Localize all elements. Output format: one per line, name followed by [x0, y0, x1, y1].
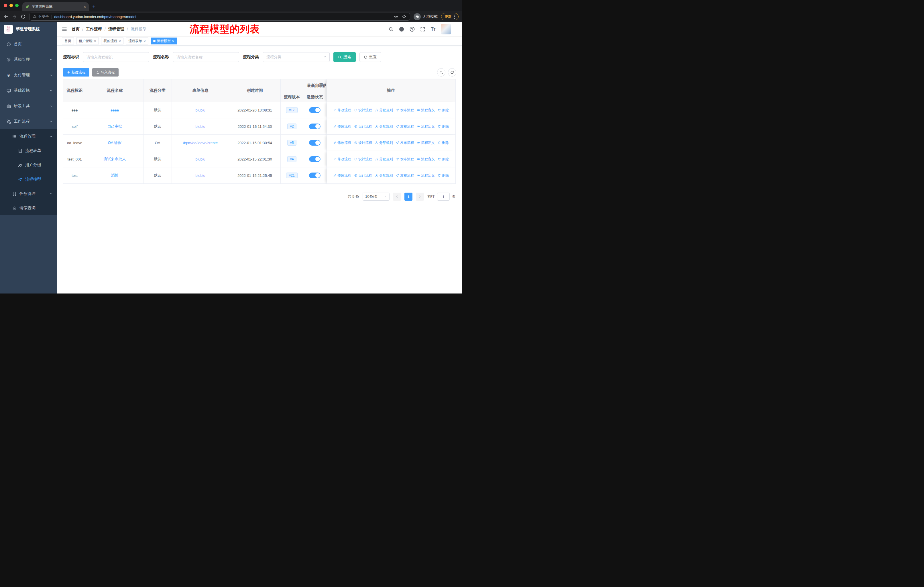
version-badge[interactable]: v2 — [287, 124, 297, 129]
breadcrumb-process-management[interactable]: 流程管理 — [108, 26, 124, 32]
publish-process-link[interactable]: 发布流程 — [396, 124, 414, 129]
assign-rule-link[interactable]: 分配规则 — [375, 108, 393, 112]
help-icon[interactable] — [409, 26, 415, 32]
publish-process-link[interactable]: 发布流程 — [396, 157, 414, 162]
goto-page-input[interactable] — [437, 193, 450, 201]
reset-button[interactable]: 重置 — [360, 52, 381, 62]
assign-rule-link[interactable]: 分配规则 — [375, 173, 393, 178]
back-icon[interactable] — [3, 14, 8, 19]
create-process-button[interactable]: 新建流程 — [63, 68, 89, 76]
sidebar-item-home[interactable]: 首页 — [0, 36, 57, 52]
fullscreen-icon[interactable] — [420, 26, 425, 32]
page-size-select[interactable]: 10条/页 — [363, 193, 389, 201]
breadcrumb-home[interactable]: 首页 — [72, 26, 80, 32]
form-info-link[interactable]: biubiu — [195, 124, 205, 129]
edit-process-link[interactable]: 修改流程 — [333, 124, 351, 129]
active-toggle[interactable] — [309, 107, 320, 113]
tab-close-icon[interactable]: × — [84, 5, 86, 9]
process-name-link[interactable]: eeee — [111, 108, 119, 112]
sidebar-item-infrastructure[interactable]: 基础设施 — [0, 83, 57, 98]
tag-my-process[interactable]: 我的流程 × — [101, 38, 124, 45]
active-toggle[interactable] — [309, 140, 320, 146]
process-definition-link[interactable]: 流程定义 — [417, 157, 435, 162]
active-toggle[interactable] — [309, 156, 320, 162]
search-button[interactable]: 搜索 — [333, 52, 356, 62]
search-icon[interactable] — [388, 26, 394, 32]
process-id-input[interactable] — [83, 52, 149, 62]
font-size-icon[interactable]: TT — [431, 27, 436, 31]
address-bar[interactable]: 不安全 dashboard.yudao.iocoder.cn/bpm/manag… — [29, 13, 410, 21]
zoom-window-button[interactable] — [15, 4, 19, 7]
form-info-link[interactable]: biubiu — [195, 157, 205, 161]
browser-update-button[interactable]: 更新 — [441, 13, 459, 20]
design-process-link[interactable]: 设计流程 — [354, 173, 372, 178]
process-name-link[interactable]: 滔博 — [111, 173, 119, 178]
security-warning[interactable]: 不安全 — [33, 14, 49, 19]
form-info-link[interactable]: /bpm/oa/leave/create — [183, 141, 218, 145]
publish-process-link[interactable]: 发布流程 — [396, 173, 414, 178]
sidebar-item-system[interactable]: 系统管理 — [0, 52, 57, 67]
version-badge[interactable]: v5 — [287, 140, 297, 146]
browser-tab[interactable]: 芋道管理系统 × — [22, 2, 89, 11]
refresh-button[interactable] — [448, 68, 456, 76]
url-text[interactable]: dashboard.yudao.iocoder.cn/bpm/manager/m… — [54, 15, 391, 19]
next-page-button[interactable] — [416, 193, 424, 201]
sidebar-item-leave-query[interactable]: 请假查询 — [0, 201, 57, 215]
prev-page-button[interactable] — [393, 193, 401, 201]
design-process-link[interactable]: 设计流程 — [354, 108, 372, 112]
tag-tenant-management[interactable]: 租户管理 × — [76, 38, 99, 45]
form-info-link[interactable]: biubiu — [195, 174, 205, 178]
password-key-icon[interactable] — [394, 14, 398, 19]
edit-process-link[interactable]: 修改流程 — [333, 141, 351, 146]
delete-process-link[interactable]: 删除 — [438, 141, 449, 146]
publish-process-link[interactable]: 发布流程 — [396, 108, 414, 112]
process-definition-link[interactable]: 流程定义 — [417, 141, 435, 146]
active-toggle[interactable] — [309, 124, 320, 129]
design-process-link[interactable]: 设计流程 — [354, 141, 372, 146]
sidebar-item-process-model[interactable]: 流程模型 — [0, 172, 57, 187]
tag-process-form[interactable]: 流程表单 × — [126, 38, 148, 45]
close-icon[interactable]: × — [172, 39, 175, 43]
bookmark-star-icon[interactable] — [402, 14, 406, 19]
github-icon[interactable] — [399, 26, 404, 32]
delete-process-link[interactable]: 删除 — [438, 157, 449, 162]
close-window-button[interactable] — [4, 4, 7, 7]
tag-process-model[interactable]: 流程模型 × — [151, 38, 177, 45]
process-name-link[interactable]: 测试多审批人 — [104, 157, 126, 162]
sidebar-item-task-management[interactable]: 任务管理 — [0, 187, 57, 201]
process-name-link[interactable]: 自己审批 — [107, 124, 122, 129]
app-logo[interactable]: 芋道管理系统 — [0, 22, 57, 36]
menu-fold-icon[interactable] — [57, 26, 72, 32]
process-category-select[interactable]: 流程分类 — [262, 52, 330, 62]
import-process-button[interactable]: 导入流程 — [92, 68, 119, 76]
sidebar-item-workflow[interactable]: 工作流程 — [0, 114, 57, 129]
assign-rule-link[interactable]: 分配规则 — [375, 157, 393, 162]
assign-rule-link[interactable]: 分配规则 — [375, 124, 393, 129]
browser-menu-icon[interactable] — [454, 15, 455, 19]
process-definition-link[interactable]: 流程定义 — [417, 108, 435, 112]
sidebar-item-process-management[interactable]: 流程管理 — [0, 129, 57, 144]
process-name-input[interactable] — [173, 52, 239, 62]
breadcrumb-workflow[interactable]: 工作流程 — [86, 26, 102, 32]
edit-process-link[interactable]: 修改流程 — [333, 157, 351, 162]
sidebar-item-payment[interactable]: ¥ 支付管理 — [0, 67, 57, 83]
reload-icon[interactable] — [21, 14, 26, 19]
publish-process-link[interactable]: 发布流程 — [396, 141, 414, 146]
new-tab-button[interactable]: + — [89, 2, 99, 11]
delete-process-link[interactable]: 删除 — [438, 173, 449, 178]
version-badge[interactable]: v21 — [286, 172, 297, 178]
sidebar-item-user-group[interactable]: 用户分组 — [0, 158, 57, 172]
process-definition-link[interactable]: 流程定义 — [417, 173, 435, 178]
sidebar-item-dev-tools[interactable]: 研发工具 — [0, 98, 57, 114]
delete-process-link[interactable]: 删除 — [438, 124, 449, 129]
assign-rule-link[interactable]: 分配规则 — [375, 141, 393, 146]
toggle-search-button[interactable] — [437, 68, 446, 76]
form-info-link[interactable]: biubiu — [195, 108, 205, 112]
forward-icon[interactable] — [12, 14, 17, 19]
minimize-window-button[interactable] — [10, 4, 13, 7]
version-badge[interactable]: v4 — [287, 156, 297, 162]
avatar[interactable] — [441, 24, 451, 35]
process-definition-link[interactable]: 流程定义 — [417, 124, 435, 129]
close-icon[interactable]: × — [94, 39, 96, 43]
process-name-link[interactable]: OA 请假 — [108, 140, 122, 146]
